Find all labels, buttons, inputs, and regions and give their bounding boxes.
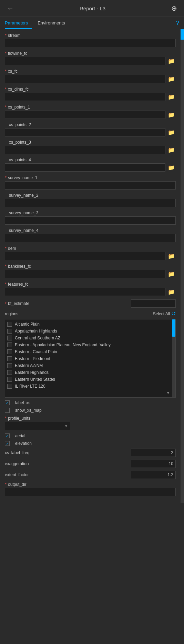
folder-icon-dem: 📁 bbox=[168, 253, 175, 259]
region-item-eastern-appalachian[interactable]: Eastern - Appalachian Plateau, New Engla… bbox=[5, 341, 175, 348]
select-all-label: Select All bbox=[153, 311, 170, 316]
field-xs-points-4: xs_points_4 📁 bbox=[5, 157, 176, 172]
input-stream[interactable] bbox=[5, 39, 176, 47]
input-xs-points-3[interactable] bbox=[5, 146, 165, 154]
field-features-fc: * features_fc 📁 bbox=[5, 282, 176, 296]
show-xs-map-text: show_xs_map bbox=[15, 408, 42, 413]
parameters-content: * stream * flowline_fc 📁 bbox=[0, 29, 181, 503]
checkbox-elevation[interactable] bbox=[5, 441, 10, 446]
help-button[interactable]: ? bbox=[176, 20, 179, 26]
regions-label: regions bbox=[5, 311, 18, 316]
input-survey-name-3[interactable] bbox=[5, 216, 176, 225]
scroll-down-arrow[interactable]: ▼ bbox=[166, 390, 171, 395]
dropdown-profile-units[interactable]: ▼ bbox=[5, 422, 70, 430]
field-survey-name-2: survey_name_2 bbox=[5, 193, 176, 207]
label-stream: * stream bbox=[5, 33, 176, 38]
input-xs-fc[interactable] bbox=[5, 75, 165, 83]
field-exaggeration: exaggeration bbox=[5, 460, 176, 468]
regions-header: regions Select All ↺ bbox=[5, 310, 176, 317]
checkbox-eastern-piedmont[interactable] bbox=[7, 356, 12, 361]
back-button[interactable]: ← bbox=[5, 4, 16, 13]
page-title: Report - L3 bbox=[80, 6, 105, 11]
input-features-fc[interactable] bbox=[5, 288, 165, 296]
region-item-central-southern-az[interactable]: Central and Southern AZ bbox=[5, 335, 175, 341]
folder-icon-xs-points-1: 📁 bbox=[168, 112, 175, 118]
main-wrap: * stream * flowline_fc 📁 bbox=[0, 29, 184, 503]
field-aerial: aerial bbox=[5, 433, 176, 438]
input-exaggeration[interactable] bbox=[131, 460, 176, 468]
folder-btn-dem[interactable]: 📁 bbox=[167, 253, 176, 260]
add-button[interactable]: ⊕ bbox=[169, 3, 179, 13]
input-bf-estimate[interactable] bbox=[131, 299, 176, 308]
input-survey-name-1[interactable] bbox=[5, 181, 176, 190]
input-survey-name-4[interactable] bbox=[5, 234, 176, 242]
folder-icon-xs-points-2: 📁 bbox=[168, 130, 175, 135]
folder-btn-flowline-fc[interactable]: 📁 bbox=[167, 58, 176, 65]
region-item-appalachian-highlands[interactable]: Appalachain Highlands bbox=[5, 328, 175, 335]
input-xs-dims-fc[interactable] bbox=[5, 93, 165, 101]
checkbox-show-xs-map[interactable] bbox=[5, 408, 10, 413]
label-xs-text: label_xs bbox=[15, 400, 30, 405]
checkbox-eastern-az-nm[interactable] bbox=[7, 363, 12, 368]
input-extent-factor[interactable] bbox=[131, 471, 176, 479]
input-xs-points-1[interactable] bbox=[5, 111, 165, 119]
input-flowline-fc[interactable] bbox=[5, 57, 165, 65]
regions-scrollbar-thumb[interactable] bbox=[172, 319, 175, 337]
folder-icon-banklines-fc: 📁 bbox=[168, 271, 175, 277]
regions-scrollbar-track bbox=[172, 319, 175, 397]
field-flowline-fc: * flowline_fc 📁 bbox=[5, 51, 176, 65]
input-xs-points-4[interactable] bbox=[5, 163, 165, 172]
checkbox-il-river[interactable] bbox=[7, 384, 12, 389]
aerial-text: aerial bbox=[15, 433, 25, 438]
folder-btn-xs-points-1[interactable]: 📁 bbox=[167, 111, 176, 119]
regions-list: Altlantic Plain Appalachain Highlands Ce… bbox=[5, 319, 176, 398]
checkbox-eastern-united-states[interactable] bbox=[7, 377, 12, 382]
field-label-xs: label_xs bbox=[5, 400, 176, 405]
region-item-eastern-highlands[interactable]: Eastern Highlands bbox=[5, 369, 175, 376]
input-output-dir[interactable] bbox=[5, 488, 176, 496]
checkbox-central-southern-az[interactable] bbox=[7, 336, 12, 340]
field-xs-points-1: * xs_points_1 📁 bbox=[5, 104, 176, 119]
region-item-eastern-az-nm[interactable]: Eastern AZ/NM bbox=[5, 362, 175, 369]
folder-btn-xs-points-3[interactable]: 📁 bbox=[167, 146, 176, 154]
tab-parameters[interactable]: Parameters bbox=[5, 17, 32, 29]
input-survey-name-2[interactable] bbox=[5, 199, 176, 207]
region-item-eastern-united-states[interactable]: Eastern United States bbox=[5, 376, 175, 383]
folder-btn-xs-fc[interactable]: 📁 bbox=[167, 75, 176, 83]
field-stream: * stream bbox=[5, 33, 176, 47]
field-dem: * dem 📁 bbox=[5, 246, 176, 260]
tab-bar: Parameters Environments ? bbox=[0, 17, 184, 29]
outer-scrollbar-thumb[interactable] bbox=[181, 29, 184, 40]
checkbox-aerial[interactable] bbox=[5, 433, 10, 438]
region-item-atlantic-plain[interactable]: Altlantic Plain bbox=[5, 321, 175, 328]
folder-btn-features-fc[interactable]: 📁 bbox=[167, 288, 176, 296]
field-xs-dims-fc: * xs_dims_fc 📁 bbox=[5, 86, 176, 101]
select-all-button[interactable]: Select All ↺ bbox=[153, 310, 176, 317]
tab-environments[interactable]: Environments bbox=[38, 17, 69, 29]
folder-btn-xs-points-2[interactable]: 📁 bbox=[167, 129, 176, 136]
input-xs-label-freq[interactable] bbox=[131, 449, 176, 457]
region-item-eastern-piedmont[interactable]: Eastern - Piedmont bbox=[5, 355, 175, 362]
folder-btn-xs-dims-fc[interactable]: 📁 bbox=[167, 93, 176, 101]
checkbox-label-xs[interactable] bbox=[5, 400, 10, 405]
folder-btn-xs-points-4[interactable]: 📁 bbox=[167, 164, 176, 171]
checkbox-appalachian-highlands[interactable] bbox=[7, 329, 12, 334]
checkbox-atlantic-plain[interactable] bbox=[7, 322, 12, 327]
checkbox-eastern-appalachian[interactable] bbox=[7, 343, 12, 347]
folder-icon-features-fc: 📁 bbox=[168, 289, 175, 295]
input-dem[interactable] bbox=[5, 252, 165, 260]
refresh-icon: ↺ bbox=[171, 310, 176, 317]
field-xs-points-2: xs_points_2 📁 bbox=[5, 122, 176, 136]
folder-btn-banklines-fc[interactable]: 📁 bbox=[167, 270, 176, 278]
field-elevation: elevation bbox=[5, 441, 176, 446]
region-item-eastern-coastal-plain[interactable]: Eastern - Coastal Plain bbox=[5, 348, 175, 355]
field-xs-fc: * xs_fc 📁 bbox=[5, 69, 176, 83]
checkbox-eastern-highlands[interactable] bbox=[7, 370, 12, 375]
region-item-il-river[interactable]: IL River LTE 120 bbox=[5, 383, 175, 390]
input-xs-points-2[interactable] bbox=[5, 128, 165, 136]
input-banklines-fc[interactable] bbox=[5, 270, 165, 278]
field-bf-estimate: * bf_estimate bbox=[5, 299, 176, 308]
field-show-xs-map: show_xs_map bbox=[5, 408, 176, 413]
checkbox-eastern-coastal-plain[interactable] bbox=[7, 349, 12, 354]
dropdown-arrow-icon: ▼ bbox=[64, 424, 68, 428]
